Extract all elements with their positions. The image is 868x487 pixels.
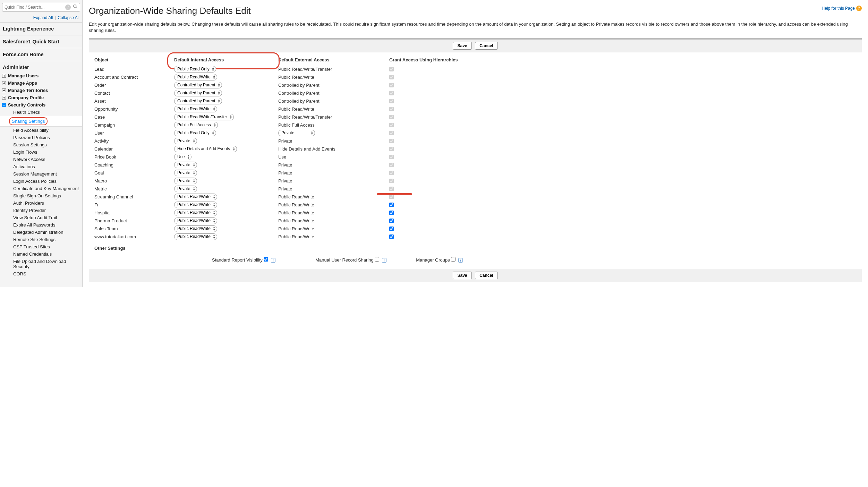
nav-sub-item[interactable]: Identity Provider: [0, 207, 82, 214]
help-link[interactable]: Help for this Page?: [822, 6, 862, 11]
nav-sub-item[interactable]: CSP Trusted Sites: [0, 243, 82, 250]
internal-access-select[interactable]: Public Read/Write: [174, 74, 217, 80]
internal-access-select[interactable]: Use: [174, 154, 192, 160]
internal-access-select[interactable]: Public Read/Write: [174, 210, 217, 216]
expand-all-link[interactable]: Expand All: [33, 15, 53, 20]
save-button[interactable]: Save: [453, 42, 471, 50]
info-icon[interactable]: i: [382, 258, 386, 263]
internal-access-select[interactable]: Public Read/Write: [174, 194, 217, 200]
nav-admin-item[interactable]: Manage Users: [0, 72, 82, 79]
nav-admin-item[interactable]: Manage Territories: [0, 87, 82, 94]
nav-sub-item[interactable]: Certificate and Key Management: [0, 185, 82, 192]
nav-sub-item[interactable]: Password Policies: [0, 134, 82, 141]
nav-sub-item[interactable]: Delegated Administration: [0, 229, 82, 236]
grant-access-checkbox: [389, 155, 394, 159]
internal-access-select[interactable]: Public Read/Write/Transfer: [174, 114, 234, 120]
nav-sub-item[interactable]: Login Access Policies: [0, 178, 82, 185]
internal-access-select[interactable]: Public Read/Write: [174, 225, 217, 232]
nav-sub-item[interactable]: Field Accessibility: [0, 127, 82, 134]
save-button[interactable]: Save: [453, 272, 471, 279]
quick-find-search[interactable]: i: [2, 3, 80, 12]
nav-sub-item[interactable]: CORS: [0, 270, 82, 277]
nav-sub-item[interactable]: Session Settings: [0, 141, 82, 148]
manager-groups-checkbox[interactable]: [451, 257, 456, 262]
nav-sub-item[interactable]: Login Flows: [0, 148, 82, 156]
grant-access-checkbox: [389, 115, 394, 119]
external-access-cell: Hide Details and Add Events: [278, 145, 389, 153]
nav-sub-item[interactable]: Session Management: [0, 170, 82, 178]
nav-sub-item[interactable]: Single Sign-On Settings: [0, 192, 82, 199]
internal-access-select[interactable]: Private: [174, 170, 197, 176]
collapse-all-link[interactable]: Collapse All: [58, 15, 79, 20]
intro-text: Edit your organization-wide sharing defa…: [89, 21, 862, 33]
nav-sub-item[interactable]: Named Credentials: [0, 250, 82, 258]
grant-access-cell: [389, 201, 465, 209]
search-input[interactable]: [5, 5, 64, 10]
plus-icon[interactable]: [2, 81, 6, 85]
nav-top-link[interactable]: Salesforce1 Quick Start: [0, 35, 82, 48]
std-report-label: Standard Report Visibility: [212, 257, 263, 263]
grant-access-checkbox[interactable]: [389, 227, 394, 231]
manual-user-checkbox[interactable]: [375, 257, 379, 262]
nav-sub-item[interactable]: Remote Site Settings: [0, 236, 82, 243]
internal-access-select[interactable]: Public Read/Write: [174, 106, 217, 112]
cancel-button[interactable]: Cancel: [475, 42, 497, 50]
minus-icon[interactable]: [2, 103, 6, 107]
internal-access-select[interactable]: Controlled by Parent: [174, 90, 222, 96]
internal-access-select[interactable]: Private: [174, 186, 197, 192]
nav-admin-item[interactable]: Manage Apps: [0, 79, 82, 87]
info-icon[interactable]: i: [271, 258, 275, 263]
grant-access-checkbox: [389, 187, 394, 191]
nav-sub-item[interactable]: Network Access: [0, 156, 82, 163]
grant-access-checkbox[interactable]: [389, 219, 394, 223]
internal-access-select[interactable]: Public Read/Write: [174, 233, 217, 240]
nav-sub-item[interactable]: Expire All Passwords: [0, 221, 82, 229]
plus-icon[interactable]: [2, 96, 6, 100]
internal-access-select[interactable]: Public Read/Write: [174, 202, 217, 208]
nav-sub-item[interactable]: Activations: [0, 163, 82, 170]
object-cell: Metric: [94, 185, 173, 193]
internal-access-select[interactable]: Private: [174, 138, 197, 144]
internal-access-select[interactable]: Public Full Access: [174, 122, 218, 128]
cancel-button[interactable]: Cancel: [475, 272, 497, 279]
nav-sub-item[interactable]: Sharing Settings: [0, 116, 82, 127]
internal-access-cell: Public Read Only▴ ▾: [173, 129, 278, 137]
nav-admin-item[interactable]: Company Profile: [0, 94, 82, 101]
nav-sub-item[interactable]: File Upload and Download Security: [0, 258, 82, 270]
external-access-select[interactable]: Private: [278, 130, 315, 136]
internal-access-select[interactable]: Controlled by Parent: [174, 98, 222, 104]
internal-access-select[interactable]: Private: [174, 162, 197, 168]
grant-access-cell: [389, 97, 465, 105]
nav-sub-item[interactable]: Auth. Providers: [0, 199, 82, 207]
search-icon[interactable]: [73, 4, 78, 10]
nav-top-link[interactable]: Lightning Experience: [0, 23, 82, 35]
internal-access-select[interactable]: Hide Details and Add Events: [174, 146, 237, 152]
internal-access-select[interactable]: Private: [174, 178, 197, 184]
internal-access-select[interactable]: Public Read/Write: [174, 217, 217, 224]
nav-sub-item[interactable]: Health Check: [0, 109, 82, 116]
col-external-header: Default External Access: [278, 56, 389, 65]
grant-access-checkbox: [389, 67, 394, 71]
object-cell: Calendar: [94, 145, 173, 153]
object-cell: Order: [94, 81, 173, 89]
external-access-cell: Public Read/Write: [278, 105, 389, 113]
internal-access-select[interactable]: Controlled by Parent: [174, 82, 222, 88]
plus-icon[interactable]: [2, 74, 6, 78]
info-icon[interactable]: i: [458, 258, 463, 263]
external-access-cell: Public Read/Write: [278, 209, 389, 217]
grant-access-cell: [389, 177, 465, 185]
internal-access-select[interactable]: Public Read Only: [174, 66, 216, 72]
std-report-checkbox[interactable]: [264, 257, 268, 262]
grant-access-checkbox[interactable]: [389, 203, 394, 207]
internal-access-cell: Controlled by Parent▴ ▾: [173, 97, 278, 105]
internal-access-select[interactable]: Public Read Only: [174, 130, 216, 136]
plus-icon[interactable]: [2, 88, 6, 92]
grant-access-cell: [389, 137, 465, 145]
grant-access-checkbox[interactable]: [389, 234, 394, 239]
col-object-header: Object: [94, 56, 173, 65]
grant-access-checkbox[interactable]: [389, 211, 394, 215]
nav-sub-item[interactable]: View Setup Audit Trail: [0, 214, 82, 221]
nav-admin-item[interactable]: Security Controls: [0, 101, 82, 109]
nav-top-link[interactable]: Force.com Home: [0, 48, 82, 61]
nav-item-label: Security Controls: [8, 102, 45, 108]
